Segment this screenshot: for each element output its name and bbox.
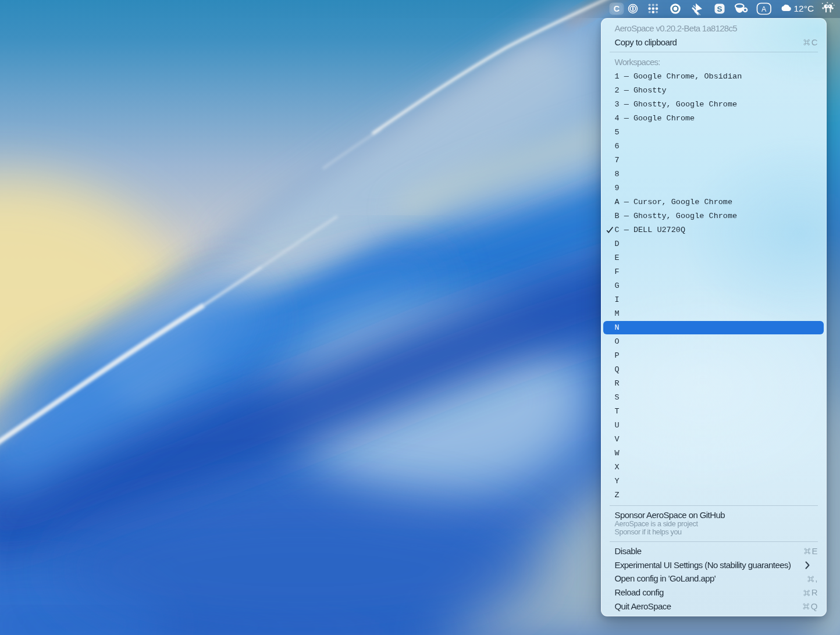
- svg-text:12°C: 12°C: [794, 3, 814, 13]
- svg-text:A: A: [761, 5, 767, 13]
- svg-text:C: C: [614, 4, 620, 13]
- svg-text:S: S: [717, 5, 722, 13]
